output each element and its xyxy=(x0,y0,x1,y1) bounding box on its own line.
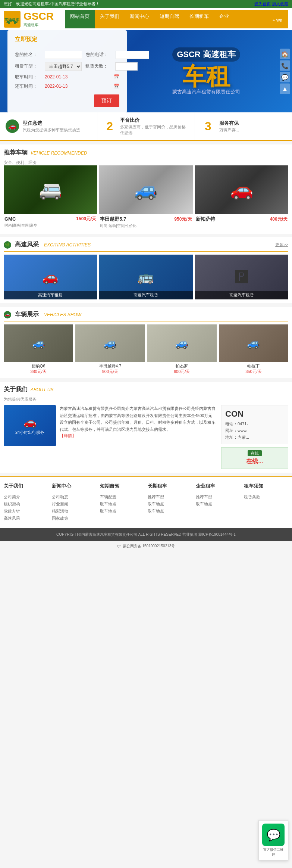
footer-link-0-0[interactable]: 公司简介 xyxy=(4,494,48,500)
feature-title-2: 服务有保 xyxy=(219,120,239,127)
svg-point-3 xyxy=(14,22,16,24)
show-section-icon: 🚗 xyxy=(4,311,11,318)
nav-news[interactable]: 新闻中心 xyxy=(125,10,154,28)
nav-long[interactable]: 长期租车 xyxy=(184,10,214,28)
hero-banner-text: GSCR 高速租车 车租 蒙古高速汽车租赁有限责任公司 xyxy=(172,47,240,95)
footer-link-3-0[interactable]: 推荐车型 xyxy=(148,494,192,500)
feature-text-1: 平台比价 多家供应商，低于官网价，品牌价格任您选 xyxy=(120,117,189,136)
about-more-link[interactable]: 【详情】 xyxy=(60,433,76,438)
toyota47-icon: 🚙 xyxy=(104,337,117,349)
footer-link-0-2[interactable]: 党建方针 xyxy=(4,508,48,514)
hero-side-btn-2[interactable]: 📞 xyxy=(280,60,290,71)
show-price-1: 900元/天 xyxy=(75,369,145,374)
footer-col-title-1: 新闻中心 xyxy=(52,483,96,491)
activities-more-link[interactable]: 更多>> xyxy=(275,242,288,248)
footer-link-1-1[interactable]: 行业新闻 xyxy=(52,501,96,507)
hero-side-btn-4[interactable]: ▲ xyxy=(280,84,290,94)
vehicle-card-0[interactable]: 🚐 GMC 1500元/天 时尚|商务|空间|豪华 xyxy=(4,165,97,230)
footer-link-5-0[interactable]: 租赁条款 xyxy=(244,494,288,500)
activities-grid: 🚗 高速汽车租赁 🚌 高速汽车租赁 🅿 高速汽车租赁 xyxy=(4,255,288,299)
hero-big-text: 车租 xyxy=(172,65,240,88)
vehicle-name-row-2: 新帕萨特 400元/天 xyxy=(196,216,288,223)
feature-title-0: 型任意选 xyxy=(23,120,80,127)
hero-side-btn-3[interactable]: 💬 xyxy=(280,72,290,83)
logo-icon: 高速租车 xyxy=(4,11,21,28)
top-bar-links: 设为首页 加入收藏 xyxy=(254,1,288,7)
activities-header: 🌿 高速风采 EXCITING ACTIVITIES 更多>> xyxy=(4,237,288,252)
feature-num-2: 3 xyxy=(201,119,216,133)
count-input[interactable] xyxy=(115,62,138,71)
vehicle-name-2: 新帕萨特 xyxy=(196,216,215,223)
vehicle-price-1: 950元/天 xyxy=(174,216,192,223)
footer-col-2: 短期自驾 车辆配置 取车地点 取车地点 xyxy=(100,483,148,523)
name-input[interactable] xyxy=(45,51,82,59)
footer-link-2-1[interactable]: 取车地点 xyxy=(100,501,144,507)
top-bar-greeting: 您好，欢迎光临高速租车-中国汽车租赁行业领导者！ xyxy=(4,1,100,7)
activity-card-0[interactable]: 🚗 高速汽车租赁 xyxy=(4,255,97,299)
show-card-2[interactable]: 🚙 帕杰罗 600元/天 xyxy=(147,324,217,374)
footer-link-0-3[interactable]: 高速风采 xyxy=(4,516,48,521)
activity-card-1[interactable]: 🚌 高速汽车租赁 xyxy=(99,255,192,299)
hero-banner: 立即预定 您的姓名： 您的电话： 租赁车型： 丰田越野5.7 租赁天数： 取车时… xyxy=(0,30,292,112)
footer-link-3-1[interactable]: 取车地点 xyxy=(148,501,192,507)
vehicle-card-2[interactable]: 🚗 新帕萨特 400元/天 xyxy=(195,165,288,230)
activity-car-icon-0: 🚗 xyxy=(42,270,59,285)
footer-copyright: COPYRIGHT©内蒙古高速汽车租赁有限责任公司 ALL RIGHTS RES… xyxy=(56,532,236,536)
show-price-0: 380元/天 xyxy=(4,369,73,374)
show-name-2: 帕杰罗 xyxy=(147,363,217,369)
contact-title: CON xyxy=(225,409,284,419)
about-text-content: 内蒙古高速汽车租赁有限责任公司简介内蒙古高速汽车租赁有限责任公司是经内蒙古自治区… xyxy=(60,405,216,446)
footer-col-title-2: 短期自驾 xyxy=(100,483,144,491)
vehicle-card-1[interactable]: 🚙 丰田越野5.7 950元/天 时尚|运动|空间|性价比 xyxy=(99,165,192,230)
hero-sub-text: 蒙古高速汽车租赁有限责任公司 xyxy=(172,88,240,95)
type-select[interactable]: 丰田越野5.7 xyxy=(45,62,82,71)
vehicles-title-zh: 推荐车辆 xyxy=(4,149,28,157)
nav-short[interactable]: 短期自驾 xyxy=(154,10,184,28)
show-card-1[interactable]: 🚙 丰田越野4.7 900元/天 xyxy=(75,324,145,374)
add-favorite-link[interactable]: 加入收藏 xyxy=(272,1,288,6)
pickup-calendar-icon[interactable]: 📅 xyxy=(114,74,119,80)
footer-link-4-0[interactable]: 推荐车型 xyxy=(196,494,240,500)
feature-icon-0: 🚗 xyxy=(6,119,19,133)
type-label: 租赁车型： xyxy=(15,63,45,69)
activities-header-left: 🌿 高速风采 EXCITING ACTIVITIES xyxy=(4,241,91,249)
footer-link-0-1[interactable]: 组织架构 xyxy=(4,501,48,507)
footer-link-1-3[interactable]: 国家政策 xyxy=(52,516,96,521)
footer-link-1-0[interactable]: 公司动态 xyxy=(52,494,96,500)
feature-item-0: 🚗 型任意选 汽租为您提供多种车型供您挑选 xyxy=(0,112,97,140)
return-date: 2022-01-13 xyxy=(45,84,112,89)
vehicles-recommended-grid: 🚐 GMC 1500元/天 时尚|商务|空间|豪华 🚙 丰田越野5.7 xyxy=(0,165,292,234)
contact-address: 地址：内蒙... xyxy=(225,435,284,440)
logo[interactable]: 高速租车 GSCR 高速租车 xyxy=(4,10,54,28)
active-status-card: 在线 在线... xyxy=(221,447,288,469)
show-card-0[interactable]: 🚙 猎豹Q6 380元/天 xyxy=(4,324,73,374)
footer-link-1-2[interactable]: 精彩活动 xyxy=(52,508,96,514)
footer-link-2-0[interactable]: 车辆配置 xyxy=(100,494,144,500)
name-row: 您的姓名： 您的电话： xyxy=(15,51,119,59)
vehicle-info-0: GMC 1500元/天 时尚|商务|空间|豪华 xyxy=(4,214,97,230)
activity-card-2[interactable]: 🅿 高速汽车租赁 xyxy=(195,255,288,299)
return-calendar-icon[interactable]: 📅 xyxy=(114,84,119,89)
vehicle-info-1: 丰田越野5.7 950元/天 时尚|运动|空间|性价比 xyxy=(99,214,192,230)
set-homepage-link[interactable]: 设为首页 xyxy=(254,1,271,6)
phone-input[interactable] xyxy=(116,51,149,59)
gmc-car-icon: 🚐 xyxy=(39,179,62,200)
activity-label-0: 高速汽车租赁 xyxy=(4,291,97,299)
vehicle-img-1: 🚙 xyxy=(99,165,192,214)
footer-link-3-2[interactable]: 取车地点 xyxy=(148,508,192,514)
nav-enterprise[interactable]: 企业 xyxy=(214,10,234,28)
nav-home[interactable]: 网站首页 xyxy=(65,10,95,28)
show-card-3[interactable]: 🚙 帕拉丁 350元/天 xyxy=(219,324,288,374)
paladin-icon: 🚙 xyxy=(247,337,260,349)
booking-submit-btn[interactable]: 预订 xyxy=(94,94,119,107)
feature-text-0: 型任意选 汽租为您提供多种车型供您挑选 xyxy=(23,120,80,133)
footer-link-2-2[interactable]: 取车地点 xyxy=(100,508,144,514)
pickup-date: 2022-01-13 xyxy=(45,74,112,80)
nav-about[interactable]: 关于我们 xyxy=(95,10,125,28)
about-section: 关于我们 ABOUT US 为您提供优质服务 🚗 24小时出行服务 内蒙古高速汽… xyxy=(0,382,292,473)
activities-content: 🌿 高速风采 EXCITING ACTIVITIES 更多>> 🚗 高速汽车租赁… xyxy=(0,237,292,303)
footer-link-4-1[interactable]: 取车地点 xyxy=(196,501,240,507)
hero-side-btn-1[interactable]: 🏠 xyxy=(280,49,290,59)
with-btn[interactable]: + WIt xyxy=(270,17,285,24)
vehicle-cards: 🚐 GMC 1500元/天 时尚|商务|空间|豪华 🚙 丰田越野5.7 xyxy=(4,165,288,230)
